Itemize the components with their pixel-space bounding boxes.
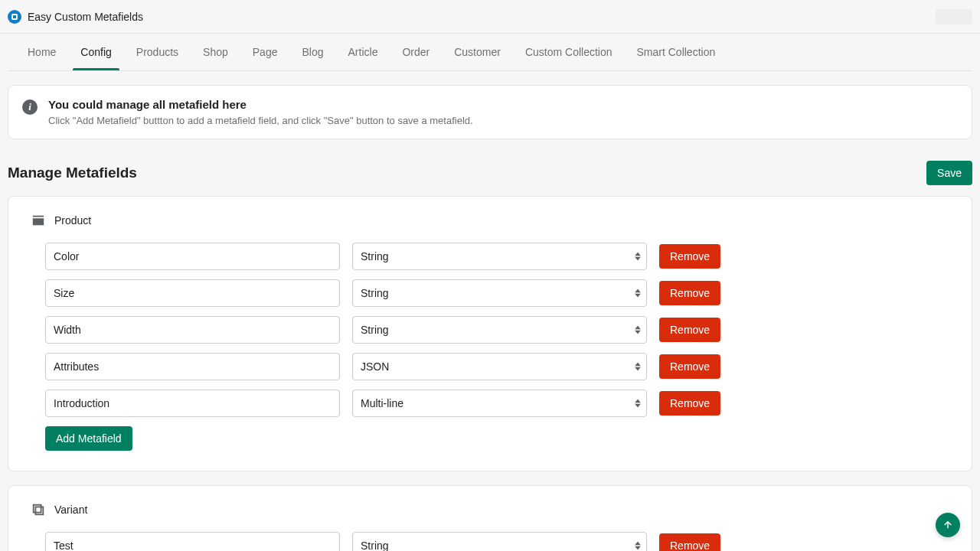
topbar-placeholder — [936, 9, 972, 24]
field-row: String Remove — [45, 316, 949, 344]
field-name-input[interactable] — [45, 279, 340, 307]
info-title: You could manage all metafield here — [48, 98, 473, 111]
section-product: Product String Remove String — [8, 196, 972, 471]
field-row: JSON Remove — [45, 353, 949, 380]
tab-page[interactable]: Page — [240, 34, 290, 70]
field-name-input[interactable] — [45, 532, 340, 551]
section-product-header: Product — [31, 214, 949, 227]
tab-config[interactable]: Config — [68, 34, 123, 70]
field-name-input[interactable] — [45, 353, 340, 380]
section-product-title: Product — [54, 214, 91, 227]
tab-shop[interactable]: Shop — [191, 34, 240, 70]
field-type-select[interactable]: String — [352, 279, 647, 307]
svg-rect-1 — [33, 218, 44, 225]
remove-button[interactable]: Remove — [659, 318, 720, 342]
add-metafield-button[interactable]: Add Metafield — [45, 426, 132, 451]
section-variant-title: Variant — [54, 504, 87, 516]
field-row: String Remove — [45, 243, 949, 270]
tab-products[interactable]: Products — [124, 34, 191, 70]
remove-button[interactable]: Remove — [659, 533, 720, 551]
info-icon: i — [22, 99, 38, 115]
save-button[interactable]: Save — [926, 161, 972, 185]
scroll-top-button[interactable] — [936, 513, 960, 537]
field-row: String Remove — [45, 279, 949, 307]
remove-button[interactable]: Remove — [659, 244, 720, 269]
field-name-input[interactable] — [45, 243, 340, 270]
section-variant-header: Variant — [31, 503, 949, 517]
app-logo-icon — [8, 10, 21, 24]
field-type-select[interactable]: Multi-line — [352, 390, 647, 417]
field-type-select[interactable]: String — [352, 532, 647, 551]
field-type-select[interactable]: String — [352, 243, 647, 270]
variant-icon — [31, 503, 45, 517]
app-title: Easy Custom Metafields — [28, 11, 143, 23]
topbar: Easy Custom Metafields — [0, 0, 980, 34]
remove-button[interactable]: Remove — [659, 281, 720, 305]
arrow-up-icon — [942, 520, 953, 530]
tab-order[interactable]: Order — [390, 34, 442, 70]
tab-home[interactable]: Home — [15, 34, 68, 70]
field-name-input[interactable] — [45, 316, 340, 344]
svg-rect-2 — [34, 505, 41, 513]
field-row: Multi-line Remove — [45, 390, 949, 417]
tab-smart-collection[interactable]: Smart Collection — [625, 34, 728, 70]
tab-customer[interactable]: Customer — [442, 34, 513, 70]
svg-rect-3 — [35, 507, 43, 514]
page-title: Manage Metafields — [8, 165, 137, 181]
remove-button[interactable]: Remove — [659, 354, 720, 379]
heading-row: Manage Metafields Save — [8, 161, 972, 185]
remove-button[interactable]: Remove — [659, 391, 720, 416]
field-row: String Remove — [45, 532, 949, 551]
tab-article[interactable]: Article — [336, 34, 390, 70]
product-icon — [31, 214, 45, 227]
info-subtitle: Click "Add Metafield" buttton to add a m… — [48, 115, 473, 126]
field-name-input[interactable] — [45, 390, 340, 417]
tab-custom-collection[interactable]: Custom Collection — [513, 34, 625, 70]
info-banner: i You could manage all metafield here Cl… — [8, 85, 972, 139]
tab-bar: Home Config Products Shop Page Blog Arti… — [8, 34, 972, 71]
field-type-select[interactable]: String — [352, 316, 647, 344]
field-type-select[interactable]: JSON — [352, 353, 647, 380]
svg-rect-0 — [33, 216, 44, 217]
page-content: i You could manage all metafield here Cl… — [0, 71, 980, 551]
section-variant: Variant String Remove — [8, 485, 972, 551]
tab-blog[interactable]: Blog — [289, 34, 335, 70]
